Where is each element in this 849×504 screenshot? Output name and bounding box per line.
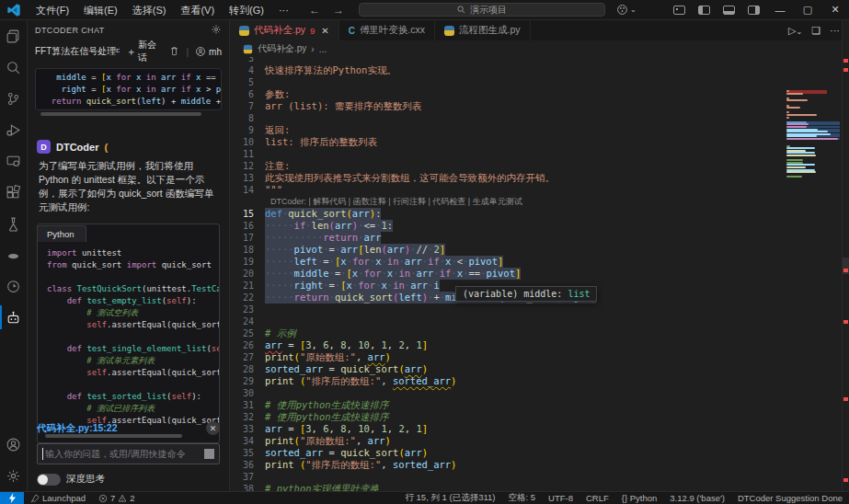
account-profile-icon[interactable]	[0, 429, 28, 460]
code-line[interactable]: 6参数:	[230, 88, 849, 100]
minimap[interactable]	[786, 90, 840, 491]
command-search-input[interactable]: 演示项目	[359, 3, 605, 17]
code-line[interactable]: 16·····if·len(arr)·<=·1:	[230, 220, 849, 232]
code-line[interactable]: 11	[230, 148, 849, 160]
customize-layout-icon[interactable]	[673, 6, 685, 15]
assistant-flame-icon: (	[104, 142, 108, 153]
code-line[interactable]: 26arr = [3, 6, 8, 10, 1, 2, 1]	[230, 339, 849, 351]
code-editor[interactable]: 3"""4快速排序算法的Python实现。56参数:7arr (list): 需…	[230, 57, 849, 491]
timeline-icon[interactable]	[0, 270, 28, 302]
code-line[interactable]: 13此实现使用列表推导式来分割数组，这可能会导致额外的内存开销。	[230, 172, 849, 184]
code-line[interactable]: 24	[230, 315, 849, 327]
tab-code-completion[interactable]: 代码补全.py 9 ✕	[230, 20, 339, 40]
jupyter-icon[interactable]	[0, 239, 28, 270]
indentation-item[interactable]: 空格: 5	[501, 492, 542, 504]
minimize-button[interactable]: —	[766, 0, 794, 20]
context-reference-chip[interactable]: 代码补全.py:15:22	[37, 422, 118, 435]
dtcoder-chat-icon[interactable]	[0, 302, 28, 333]
menu-select[interactable]: 选择(S)	[125, 0, 174, 20]
menu-edit[interactable]: 编辑(E)	[76, 0, 125, 20]
deep-think-toggle[interactable]	[37, 474, 61, 486]
code-line[interactable]: 3"""	[230, 57, 849, 64]
assistant-avatar: D	[37, 140, 51, 154]
code-line[interactable]: 37	[230, 471, 849, 483]
code-line[interactable]: 25# 示例	[230, 327, 849, 339]
code-line[interactable]: 27print("原始数组:", arr)	[230, 351, 849, 363]
code-line[interactable]: 32# 使用python生成快速排序	[230, 411, 849, 423]
code-line[interactable]: 31# 使用python生成快速排序	[230, 399, 849, 411]
menu-more[interactable]: ···	[271, 0, 296, 20]
toggle-secondary-sidebar-icon[interactable]	[748, 6, 760, 15]
launchpad-item[interactable]: Launchpad	[24, 493, 92, 503]
code-line[interactable]: 34print("原始数组:", arr)	[230, 435, 849, 447]
user-account-icon[interactable]: mh	[195, 46, 222, 57]
code-line[interactable]: 29print ("排序后的数组:", sorted_arr)	[230, 375, 849, 387]
code-block-hscrollbar[interactable]	[40, 112, 201, 116]
code-line[interactable]: 18·····pivot·=·arr[len(arr)·//·2]	[230, 244, 849, 256]
testing-icon[interactable]	[0, 208, 28, 239]
code-line[interactable]: 30	[230, 387, 849, 399]
run-button[interactable]: ▷⌄	[788, 25, 802, 37]
dtcoder-status-item[interactable]: DTCoder Suggestion Done	[731, 493, 849, 503]
python-interpreter-item[interactable]: 3.12.9 ('base')	[663, 493, 731, 503]
overview-ruler[interactable]	[842, 20, 849, 491]
editor-more-actions-icon[interactable]: ···	[830, 25, 840, 36]
language-mode-item[interactable]: {} Python	[615, 493, 664, 503]
breadcrumb[interactable]: 代码补全.py › ...	[230, 40, 849, 57]
code-line[interactable]: 33arr = [3, 6, 8, 10, 1, 2, 1]	[230, 423, 849, 435]
new-session-button[interactable]: ＋新会话	[126, 39, 163, 64]
code-line[interactable]: 9返回:	[230, 124, 849, 136]
menu-file[interactable]: 文件(F)	[29, 0, 76, 20]
code-line[interactable]: 5	[230, 76, 849, 88]
code-line[interactable]: 12注意:	[230, 160, 849, 172]
settings-gear-icon[interactable]	[0, 460, 28, 491]
toggle-panel-icon[interactable]	[723, 6, 735, 15]
problems-item[interactable]: 7 2	[92, 493, 142, 503]
code-line[interactable]: 20·····middle·=·[x·for·x·in·arr·if·x·==·…	[230, 268, 849, 280]
split-editor-icon[interactable]: ❏	[811, 25, 820, 37]
code-language-tab[interactable]: Python	[37, 225, 86, 242]
cursor-position-item[interactable]: 行 15, 列 1 (已选择311)	[398, 492, 501, 504]
code-line[interactable]: 35sorted_arr = quick_sort(arr)	[230, 447, 849, 459]
remote-indicator[interactable]	[0, 492, 24, 504]
extensions-icon[interactable]	[0, 177, 28, 208]
search-placeholder: 演示项目	[470, 4, 507, 17]
remote-explorer-icon[interactable]	[0, 145, 28, 177]
back-arrow-icon[interactable]: ←	[309, 4, 320, 17]
code-line[interactable]: 8	[230, 112, 849, 124]
code-line[interactable]: 15def·quick_sort(arr):	[230, 208, 849, 220]
chip-close-icon[interactable]: ✕	[206, 421, 220, 435]
delete-session-icon[interactable]	[169, 46, 179, 58]
session-dropdown[interactable]: FFT算法在信号处理中...▼	[35, 45, 120, 58]
tab-flowchart-gen[interactable]: 流程图生成.py	[435, 20, 531, 40]
code-line[interactable]: 17··········return·arr	[230, 232, 849, 244]
encoding-item[interactable]: UTF-8	[542, 493, 579, 503]
send-stop-button[interactable]	[204, 449, 214, 459]
source-control-icon[interactable]	[0, 83, 28, 114]
code-line[interactable]: 4快速排序算法的Python实现。	[230, 64, 849, 76]
close-button[interactable]: ✕	[821, 0, 849, 20]
account-icon[interactable]: ⌄	[616, 4, 637, 16]
codelens-row[interactable]: DTCoder: | 解释代码 | 函数注释 | 行间注释 | 代码检查 | 生…	[230, 196, 849, 208]
tab-fourier-transform[interactable]: C 傅里叶变换.cxx	[339, 20, 435, 40]
toggle-sidebar-icon[interactable]	[698, 6, 710, 15]
code-line[interactable]: 19·····left·=·[x·for·x·in·arr·if·x·<·piv…	[230, 256, 849, 268]
explorer-icon[interactable]	[0, 20, 28, 52]
code-line[interactable]: 23	[230, 304, 849, 315]
code-line[interactable]: 10list: 排序后的整数列表	[230, 136, 849, 148]
code-line[interactable]: 14"""	[230, 184, 849, 196]
panel-settings-gear-icon[interactable]	[211, 24, 222, 37]
code-line[interactable]: 36print ("排序后的数组:", sorted_arr)	[230, 459, 849, 471]
code-line[interactable]: 28sorted_arr = quick_sort(arr)	[230, 363, 849, 375]
code-line[interactable]: 38# python实现傅里叶变换	[230, 483, 849, 491]
menu-goto[interactable]: 转到(G)	[222, 0, 271, 20]
tab-close-icon[interactable]: ✕	[321, 26, 328, 36]
code-line[interactable]: 7arr (list): 需要排序的整数列表	[230, 100, 849, 112]
restore-button[interactable]: ▢	[794, 0, 821, 20]
chat-input[interactable]: 输入你的问题，或用/调用快捷命令	[37, 443, 220, 464]
forward-arrow-icon[interactable]: →	[333, 4, 344, 17]
search-icon[interactable]	[0, 52, 28, 83]
menu-view[interactable]: 查看(V)	[173, 0, 222, 20]
run-debug-icon[interactable]	[0, 114, 28, 145]
eol-item[interactable]: CRLF	[579, 493, 615, 503]
